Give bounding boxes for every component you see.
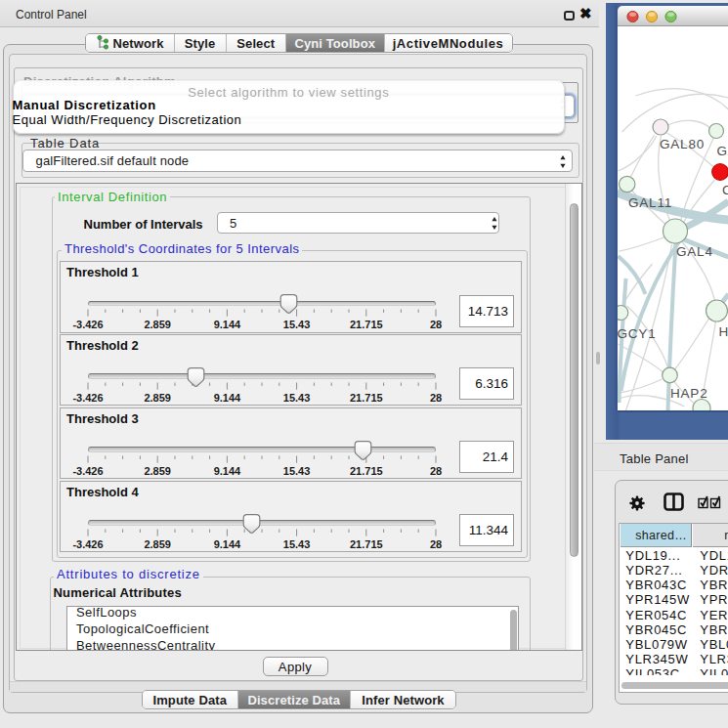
svg-text:H: H xyxy=(718,324,728,339)
svg-text:GCY1: GCY1 xyxy=(618,326,656,341)
svg-text:CY: CY xyxy=(722,183,728,197)
svg-text:GA: GA xyxy=(716,144,728,158)
svg-text:HAP2: HAP2 xyxy=(670,386,707,401)
svg-text:GAL80: GAL80 xyxy=(660,137,705,151)
svg-text:GAL4: GAL4 xyxy=(676,244,713,259)
svg-text:GAL11: GAL11 xyxy=(628,195,672,210)
